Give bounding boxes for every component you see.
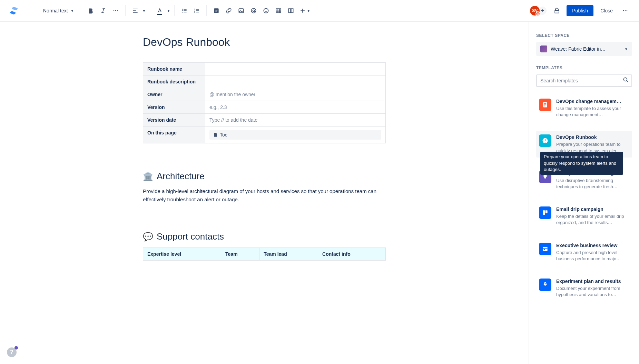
svg-point-4	[182, 10, 183, 11]
architecture-emoji-icon: 🏛️	[143, 172, 153, 181]
svg-point-21	[625, 10, 626, 11]
space-name: Weave: Fabric Editor in…	[551, 46, 621, 52]
publish-button[interactable]: Publish	[567, 5, 593, 16]
template-icon	[539, 134, 551, 147]
more-actions-button[interactable]	[620, 5, 631, 16]
svg-point-23	[623, 78, 627, 81]
italic-button[interactable]	[98, 5, 109, 16]
template-title: DevOps Runbook	[556, 134, 629, 140]
search-icon	[622, 77, 629, 85]
info-row-value[interactable]: @ mention the owner	[205, 88, 386, 101]
templates-sidebar: SELECT SPACE Weave: Fabric Editor in… ▼ …	[529, 22, 639, 364]
svg-text:3: 3	[194, 11, 195, 13]
emoji-button[interactable]	[260, 5, 272, 16]
template-icon	[539, 99, 551, 111]
chevron-down-icon: ▼	[71, 9, 74, 13]
svg-point-32	[544, 283, 545, 284]
user-avatar[interactable]: SVs	[529, 5, 540, 16]
svg-rect-9	[214, 8, 219, 13]
runbook-info-table[interactable]: Runbook nameRunbook descriptionOwner@ me…	[143, 62, 386, 143]
contacts-column-header[interactable]: Expertise level	[143, 248, 221, 261]
template-title: Experiment plan and results	[556, 279, 629, 284]
chevron-down-icon: ▼	[167, 9, 170, 13]
image-button[interactable]	[236, 5, 247, 16]
align-button[interactable]	[130, 5, 141, 16]
template-item[interactable]: Email drip campaignKeep the details of y…	[536, 203, 632, 229]
info-row-label[interactable]: Version date	[143, 114, 205, 127]
info-row-label[interactable]: Runbook description	[143, 75, 205, 88]
numbered-list-button[interactable]: 123	[191, 5, 202, 16]
bold-button[interactable]	[85, 5, 96, 16]
svg-point-1	[115, 10, 116, 11]
editor-canvas[interactable]: DevOps Runbook Runbook nameRunbook descr…	[0, 22, 529, 364]
svg-point-15	[265, 10, 266, 11]
contacts-column-header[interactable]: Team lead	[259, 248, 318, 261]
info-row-value[interactable]: Type // to add the date	[205, 114, 386, 127]
text-style-dropdown[interactable]: Normal text ▼	[40, 6, 77, 16]
svg-rect-10	[239, 9, 244, 13]
svg-point-0	[114, 10, 115, 11]
collaborators: SVs +	[529, 5, 547, 16]
svg-point-3	[182, 9, 183, 10]
template-description: Use disruptive brainstorming techniques …	[556, 178, 629, 190]
layouts-button[interactable]	[285, 5, 296, 16]
space-icon	[540, 46, 547, 52]
toc-macro[interactable]: Toc	[209, 130, 381, 140]
svg-rect-27	[544, 179, 545, 179]
templates-search-input[interactable]	[536, 74, 632, 87]
svg-point-2	[117, 10, 118, 11]
info-row-value[interactable]	[205, 75, 386, 88]
page-title[interactable]: DevOps Runbook	[143, 36, 386, 49]
bullet-list-button[interactable]	[179, 5, 190, 16]
contacts-column-header[interactable]: Team	[221, 248, 259, 261]
svg-rect-31	[544, 249, 545, 250]
info-row-value[interactable]: e.g., 2.3	[205, 101, 386, 114]
support-emoji-icon: 💬	[143, 232, 153, 242]
avatar-status-badge: s	[535, 11, 540, 16]
svg-rect-29	[545, 210, 548, 213]
info-row-label[interactable]: Version	[143, 101, 205, 114]
svg-point-16	[267, 10, 267, 11]
support-contacts-heading[interactable]: 💬 Support contacts	[143, 231, 386, 242]
more-formatting-button[interactable]	[110, 5, 121, 16]
table-button[interactable]	[273, 5, 284, 16]
svg-rect-19	[291, 9, 293, 13]
insert-button[interactable]: ▼	[298, 5, 312, 16]
info-row-label[interactable]: Owner	[143, 88, 205, 101]
info-row-label[interactable]: Runbook name	[143, 63, 205, 75]
restrictions-button[interactable]	[551, 5, 562, 16]
template-description: Capture and present high level business …	[556, 250, 629, 262]
svg-point-22	[627, 10, 628, 11]
chevron-down-icon: ▼	[142, 9, 146, 13]
editor-toolbar: Normal text ▼ ▼ ▼ 123 ▼ SVs + Publish	[0, 0, 639, 22]
svg-rect-17	[276, 9, 281, 13]
svg-rect-18	[289, 9, 291, 13]
space-selector[interactable]: Weave: Fabric Editor in… ▼	[536, 42, 632, 56]
help-button[interactable]: ?	[7, 347, 17, 357]
support-contacts-table[interactable]: Expertise levelTeamTeam leadContact info	[143, 247, 386, 261]
svg-point-5	[182, 12, 183, 13]
action-item-button[interactable]	[211, 5, 222, 16]
close-button[interactable]: Close	[598, 5, 616, 16]
template-title: Email drip campaign	[556, 206, 629, 212]
templates-label: TEMPLATES	[536, 65, 632, 70]
info-row-value[interactable]: Toc	[205, 127, 386, 143]
chevron-down-icon: ▼	[625, 47, 628, 51]
mention-button[interactable]	[248, 5, 259, 16]
template-description: Keep the details of your email drip orga…	[556, 213, 629, 226]
info-row-label[interactable]: On this page	[143, 127, 205, 143]
template-item[interactable]: DevOps change managem…Use this template …	[536, 95, 632, 121]
template-item[interactable]: Experiment plan and resultsDocument your…	[536, 275, 632, 301]
template-icon	[539, 243, 551, 255]
text-color-button[interactable]	[154, 5, 165, 16]
info-row-value[interactable]	[205, 63, 386, 75]
template-icon	[539, 279, 551, 291]
template-item[interactable]: Executive business reviewCapture and pre…	[536, 239, 632, 265]
svg-rect-28	[543, 210, 545, 215]
architecture-body[interactable]: Provide a high-level architectural diagr…	[143, 187, 386, 204]
template-item[interactable]: DevOps RunbookPrepare your operations te…	[536, 131, 632, 157]
link-button[interactable]	[223, 5, 234, 16]
svg-point-12	[252, 8, 256, 13]
contacts-column-header[interactable]: Contact info	[318, 248, 386, 261]
architecture-heading[interactable]: 🏛️ Architecture	[143, 171, 386, 182]
